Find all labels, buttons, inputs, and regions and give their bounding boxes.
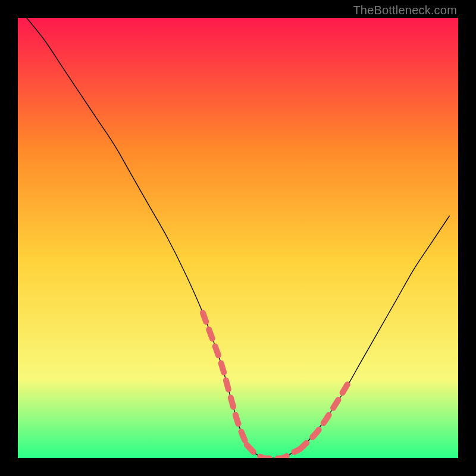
watermark-text: TheBottleneck.com xyxy=(353,4,457,17)
plot-area xyxy=(18,18,458,458)
chart-frame: TheBottleneck.com xyxy=(0,0,476,476)
chart-background-gradient xyxy=(18,18,458,458)
chart-svg xyxy=(18,18,458,458)
